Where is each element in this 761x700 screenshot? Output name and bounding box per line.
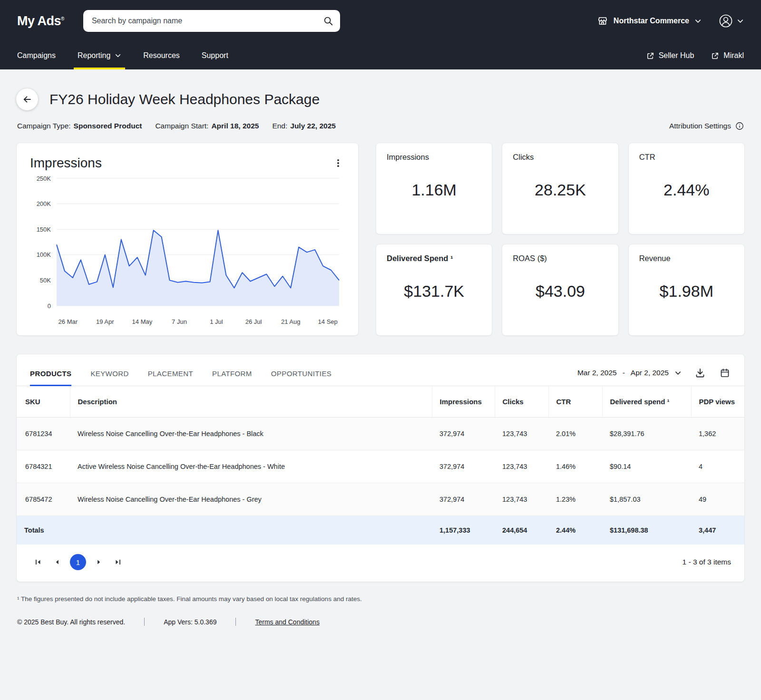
svg-text:26 Mar: 26 Mar xyxy=(59,318,78,325)
search-icon[interactable] xyxy=(323,16,333,26)
column-header-pdp-views[interactable]: PDP views xyxy=(691,386,744,418)
link-label: Mirakl xyxy=(723,51,744,60)
table-tabs: PRODUCTS KEYWORD PLACEMENT PLATFORM OPPO… xyxy=(30,369,332,386)
attribution-settings[interactable]: Attribution Settings xyxy=(669,122,744,130)
mirakl-link[interactable]: Mirakl xyxy=(711,51,744,60)
cell-description: Wireless Noise Cancelling Over-the-Ear H… xyxy=(70,418,432,450)
column-header-ctr[interactable]: CTR xyxy=(548,386,602,418)
column-header-description[interactable]: Description xyxy=(70,386,432,418)
tab-placement[interactable]: PLACEMENT xyxy=(148,369,193,386)
previous-page-button[interactable] xyxy=(49,554,65,570)
chevron-down-icon xyxy=(674,369,682,377)
column-header-impressions[interactable]: Impressions xyxy=(432,386,495,418)
tab-keyword[interactable]: KEYWORD xyxy=(90,369,128,386)
meta-label: End: xyxy=(272,122,287,130)
svg-text:14 Sep: 14 Sep xyxy=(318,318,338,325)
meta-campaign-start: Campaign Start:April 18, 2025 xyxy=(155,122,259,130)
kpi-label: Revenue xyxy=(639,254,734,263)
footer-divider xyxy=(235,618,236,626)
cell-clicks: 123,743 xyxy=(495,450,548,483)
svg-text:200K: 200K xyxy=(37,200,51,207)
user-avatar-icon xyxy=(719,14,733,28)
svg-text:7 Jun: 7 Jun xyxy=(172,318,187,325)
title-row: FY26 Holiday Week Headphones Package xyxy=(16,88,745,110)
first-page-button[interactable] xyxy=(30,554,46,570)
column-header-clicks[interactable]: Clicks xyxy=(495,386,548,418)
svg-text:0: 0 xyxy=(48,302,51,310)
meta-value: July 22, 2025 xyxy=(290,122,336,130)
products-table: SKU Description Impressions Clicks CTR D… xyxy=(17,386,744,544)
kpi-label: CTR xyxy=(639,153,734,162)
campaign-meta: Campaign Type:Sponsored Product Campaign… xyxy=(16,122,745,130)
cell-ctr: 2.01% xyxy=(548,418,602,450)
nav-item-resources[interactable]: Resources xyxy=(143,42,179,69)
cell-delivered-spend: $90.14 xyxy=(602,450,691,483)
kpi-label: Impressions xyxy=(387,153,481,162)
schedule-report-icon[interactable] xyxy=(719,367,731,379)
impressions-line-chart: 050K100K150K200K250K26 Mar19 Apr14 May7 … xyxy=(30,171,344,329)
nav-item-support[interactable]: Support xyxy=(202,42,228,69)
svg-text:21 Aug: 21 Aug xyxy=(281,318,301,325)
tab-opportunities[interactable]: OPPORTUNITIES xyxy=(271,369,332,386)
cell-delivered-spend: $28,391.76 xyxy=(602,418,691,450)
search-input[interactable] xyxy=(92,17,323,25)
kpi-value: 28.25K xyxy=(513,162,607,224)
back-arrow-icon xyxy=(22,94,32,105)
table-row[interactable]: 6781234 Wireless Noise Cancelling Over-t… xyxy=(17,418,744,450)
seller-hub-link[interactable]: Seller Hub xyxy=(646,51,694,60)
pagination: 1 1 - 3 of 3 items xyxy=(17,544,744,582)
chevron-down-icon xyxy=(737,18,744,25)
cell-pdp-views: 1,362 xyxy=(691,418,744,450)
totals-ctr: 2.44% xyxy=(548,516,602,545)
kpi-card-revenue: Revenue $1.98M xyxy=(628,244,745,336)
app-version-text: App Vers: 5.0.369 xyxy=(164,618,216,626)
cell-description: Active Wireless Noise Cancelling Over-th… xyxy=(70,450,432,483)
external-link-icon xyxy=(711,52,719,60)
kebab-menu-icon[interactable] xyxy=(332,156,345,171)
meta-value: April 18, 2025 xyxy=(211,122,259,130)
kpi-value: 2.44% xyxy=(639,162,734,224)
date-range-picker[interactable]: Mar 2, 2025 - Apr 2, 2025 xyxy=(577,369,682,377)
cell-impressions: 372,974 xyxy=(432,483,495,516)
cell-ctr: 1.46% xyxy=(548,450,602,483)
kpi-label: Delivered Spend ¹ xyxy=(387,254,481,263)
column-header-sku[interactable]: SKU xyxy=(17,386,70,418)
nav-label: Campaigns xyxy=(17,51,56,60)
copyright-text: © 2025 Best Buy. All rights reserved. xyxy=(17,618,125,626)
kpi-card-roas: ROAS ($) $43.09 xyxy=(502,244,618,336)
download-icon[interactable] xyxy=(694,367,706,379)
page-footer: © 2025 Best Buy. All rights reserved. Ap… xyxy=(17,618,744,626)
table-row[interactable]: 6785472 Wireless Noise Cancelling Over-t… xyxy=(17,483,744,516)
cell-sku: 6781234 xyxy=(17,418,70,450)
svg-text:19 Apr: 19 Apr xyxy=(96,318,114,325)
back-button[interactable] xyxy=(16,88,38,110)
chart-title: Impressions xyxy=(30,156,102,171)
meta-value: Sponsored Product xyxy=(74,122,142,130)
nav-item-campaigns[interactable]: Campaigns xyxy=(17,42,56,69)
table-row[interactable]: 6784321 Active Wireless Noise Cancelling… xyxy=(17,450,744,483)
next-page-button[interactable] xyxy=(91,554,107,570)
svg-text:1 Jul: 1 Jul xyxy=(210,318,223,325)
search-bar[interactable] xyxy=(83,10,340,32)
column-header-delivered-spend[interactable]: Delivered spend ¹ xyxy=(602,386,691,418)
account-switcher[interactable]: Northstar Commerce xyxy=(597,15,702,27)
tab-products[interactable]: PRODUCTS xyxy=(30,369,71,386)
app-logo[interactable]: My Ads® xyxy=(17,14,64,29)
totals-delivered-spend: $131,698.38 xyxy=(602,516,691,545)
chevron-down-icon xyxy=(694,18,702,25)
account-name: Northstar Commerce xyxy=(614,17,689,25)
svg-text:50K: 50K xyxy=(40,277,51,284)
info-icon[interactable] xyxy=(735,122,744,130)
cell-clicks: 123,743 xyxy=(495,418,548,450)
tab-platform[interactable]: PLATFORM xyxy=(212,369,252,386)
last-page-button[interactable] xyxy=(110,554,126,570)
nav-item-reporting[interactable]: Reporting xyxy=(78,42,121,69)
cell-pdp-views: 4 xyxy=(691,450,744,483)
chart-header: Impressions xyxy=(30,156,345,171)
user-menu[interactable] xyxy=(719,14,744,28)
terms-and-conditions-link[interactable]: Terms and Conditions xyxy=(255,618,319,626)
metrics-section: Impressions 050K100K150K200K250K26 Mar19… xyxy=(16,143,745,336)
current-page-indicator[interactable]: 1 xyxy=(70,554,86,570)
table-toolbar: PRODUCTS KEYWORD PLACEMENT PLATFORM OPPO… xyxy=(17,354,744,386)
meta-campaign-type: Campaign Type:Sponsored Product xyxy=(17,122,142,130)
